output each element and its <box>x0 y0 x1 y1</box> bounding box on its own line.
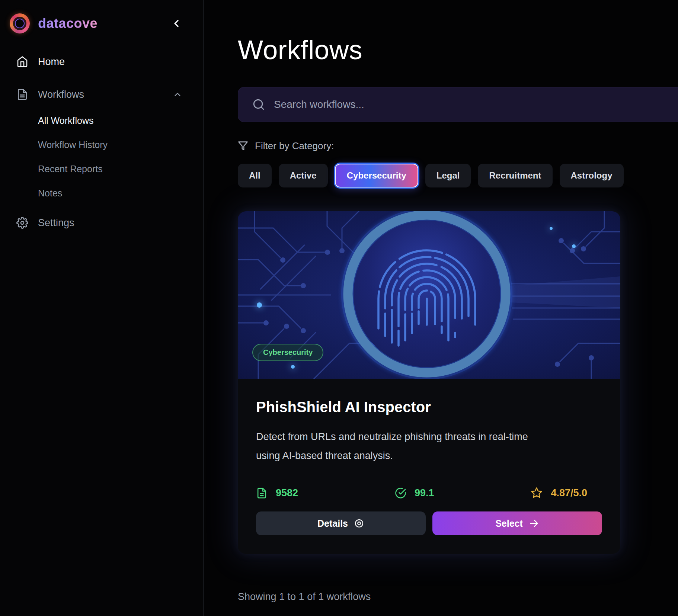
select-button-label: Select <box>495 518 523 529</box>
arrow-right-icon <box>529 518 539 529</box>
check-circle-icon <box>395 487 406 499</box>
chip-cybersecurity[interactable]: Cybersecurity <box>335 164 418 187</box>
workflow-card-title: PhishShield AI Inspector <box>256 399 602 416</box>
workflow-card-actions: Details Select <box>256 511 602 535</box>
details-button-label: Details <box>317 518 348 529</box>
workflow-card: Cybersecurity PhishShield AI Inspector D… <box>238 211 620 554</box>
sidebar-item-all-workflows[interactable]: All Workflows <box>0 112 203 129</box>
sidebar-item-workflows[interactable]: Workflows <box>0 84 203 105</box>
home-icon <box>16 56 28 68</box>
stat-score-value: 99.1 <box>415 487 434 499</box>
select-button[interactable]: Select <box>432 511 602 535</box>
sidebar-item-label: Workflow History <box>38 139 108 150</box>
sidebar: datacove Home Workflows <box>0 0 204 616</box>
workflow-card-description: Detect from URLs and neutralize phishing… <box>256 427 554 465</box>
chip-astrology[interactable]: Astrology <box>560 164 624 187</box>
stat-rating: 4.87/5.0 <box>531 487 587 499</box>
filter-label: Filter by Category: <box>255 140 334 152</box>
category-chips: All Active Cybersecurity Legal Recruitme… <box>238 164 678 187</box>
results-summary: Showing 1 to 1 of 1 workflows <box>238 591 678 603</box>
sidebar-item-label: Notes <box>38 188 62 199</box>
target-eye-icon <box>354 518 364 529</box>
details-button[interactable]: Details <box>256 511 426 535</box>
file-text-icon <box>16 89 28 100</box>
brand-name: datacove <box>38 16 97 31</box>
sidebar-collapse-button[interactable] <box>170 17 182 29</box>
sidebar-nav: Home Workflows All Workflows Workflow Hi… <box>0 34 203 233</box>
sidebar-item-label: All Workflows <box>38 115 94 126</box>
gear-icon <box>16 217 28 229</box>
main-content: Workflows Filter by Category: All Active… <box>204 0 678 616</box>
sidebar-item-recent-reports[interactable]: Recent Reports <box>0 160 203 178</box>
stat-score: 99.1 <box>395 487 434 499</box>
workflow-card-body: PhishShield AI Inspector Detect from URL… <box>238 379 620 554</box>
page-title: Workflows <box>238 36 678 63</box>
workflows-sub-list: All Workflows Workflow History Recent Re… <box>0 112 203 202</box>
sidebar-item-label: Settings <box>38 217 74 229</box>
brand-logo-center <box>15 19 25 28</box>
stat-documents-value: 9582 <box>276 487 298 499</box>
sidebar-item-label: Workflows <box>38 89 84 100</box>
category-badge: Cybersecurity <box>252 344 323 361</box>
chip-legal[interactable]: Legal <box>425 164 471 187</box>
funnel-icon <box>238 141 248 151</box>
chevron-up-icon <box>173 90 182 99</box>
workflow-card-image: Cybersecurity <box>238 211 620 379</box>
brand-logo-icon <box>10 13 30 33</box>
star-icon <box>531 487 543 499</box>
sidebar-item-home[interactable]: Home <box>0 51 203 72</box>
search-input[interactable] <box>274 99 678 110</box>
sidebar-item-settings[interactable]: Settings <box>0 212 203 233</box>
brand-row: datacove <box>0 13 203 34</box>
stat-rating-value: 4.87/5.0 <box>551 487 587 499</box>
workflow-card-stats: 9582 99.1 4.87/5.0 <box>256 487 602 499</box>
sidebar-item-workflow-history[interactable]: Workflow History <box>0 136 203 154</box>
chip-active[interactable]: Active <box>279 164 328 187</box>
search-bar <box>238 87 678 122</box>
sidebar-item-label: Recent Reports <box>38 164 103 174</box>
stat-documents: 9582 <box>256 487 298 499</box>
file-text-icon <box>256 487 268 499</box>
chip-all[interactable]: All <box>238 164 272 187</box>
chip-recruitment[interactable]: Recruitment <box>478 164 552 187</box>
app-window: datacove Home Workflows <box>0 0 678 616</box>
filter-row: Filter by Category: <box>238 139 678 153</box>
sidebar-item-notes[interactable]: Notes <box>0 184 203 202</box>
chevron-left-icon <box>170 17 182 29</box>
search-icon <box>252 98 265 111</box>
sidebar-item-label: Home <box>38 56 65 68</box>
